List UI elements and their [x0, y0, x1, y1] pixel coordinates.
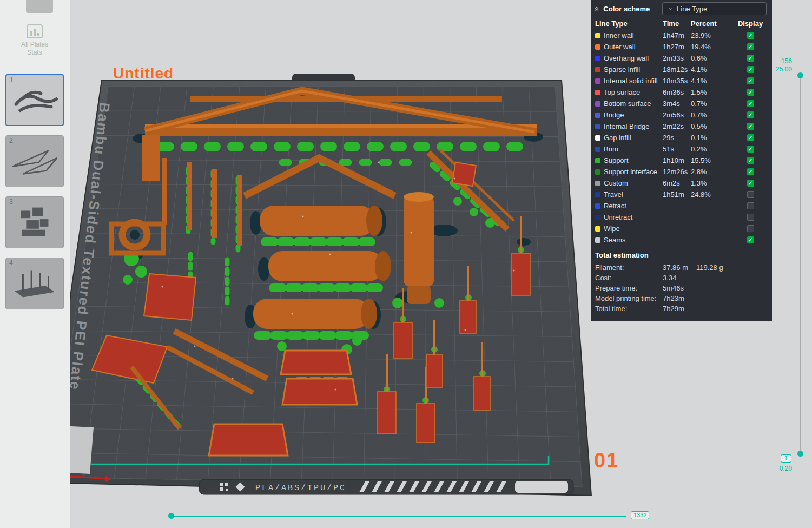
line-type-table: Inner wall 1h47m 23.9% Outer wall 1h27m …: [591, 30, 772, 246]
line-type-color-swatch: [595, 192, 600, 197]
layer-slider-top-handle[interactable]: [797, 72, 803, 78]
line-type-row: Support interface 12m26s 2.8%: [591, 166, 772, 177]
total-estimation-table: Filament: 37.86 m 119.28 g Cost: 3.34 Pr…: [591, 262, 772, 314]
line-type-row: Seams: [591, 234, 772, 246]
column-time: Time: [663, 19, 691, 28]
move-slider-track[interactable]: [171, 516, 626, 517]
line-type-row: Wipe: [591, 223, 772, 234]
total-estimation-row: Total time: 7h29m: [591, 303, 772, 314]
collapse-panel-icon[interactable]: «: [593, 6, 602, 11]
view-mode-dropdown[interactable]: ⌄ Line Type: [662, 2, 767, 15]
line-type-color-swatch: [595, 67, 600, 72]
layer-slider-top-height: 25.00: [770, 65, 792, 73]
line-type-time: 6m36s: [663, 88, 691, 96]
display-checkbox[interactable]: [747, 236, 754, 243]
plate-thumbnail-1[interactable]: 1: [5, 74, 64, 126]
line-type-row: Internal solid infill 18m35s 4.1%: [591, 75, 772, 87]
layer-slider-track[interactable]: [800, 76, 801, 453]
line-type-color-swatch: [595, 147, 600, 152]
line-type-row: Bridge 2m56s 0.7%: [591, 109, 772, 121]
plate-4-preview: [6, 258, 63, 309]
total-estimation-title: Total estimation: [591, 246, 772, 262]
view-mode-value: Line Type: [677, 5, 707, 13]
display-checkbox[interactable]: [747, 43, 754, 50]
display-checkbox[interactable]: [747, 134, 754, 141]
display-checkbox[interactable]: [747, 77, 754, 84]
estimation-value: 3.34: [663, 274, 696, 282]
line-type-label: Sparse infill: [604, 65, 640, 74]
layer-slider-bottom-layer: 1: [781, 454, 791, 463]
line-type-percent: 19.4%: [691, 43, 733, 51]
line-type-time: 1h27m: [663, 43, 691, 51]
display-checkbox[interactable]: [747, 111, 754, 118]
line-type-color-swatch: [595, 181, 600, 186]
line-type-row: Bottom surface 3m4s 0.7%: [591, 98, 772, 109]
display-checkbox[interactable]: [747, 225, 754, 232]
line-type-time: 18m12s: [663, 65, 691, 74]
line-type-percent: 0.6%: [691, 54, 733, 62]
layer-slider-bottom-handle[interactable]: [797, 451, 803, 457]
display-checkbox[interactable]: [747, 191, 754, 198]
color-scheme-panel: « Color scheme ⌄ Line Type Line Type Tim…: [591, 0, 772, 321]
line-type-label: Unretract: [604, 213, 632, 221]
display-checkbox[interactable]: [747, 168, 754, 175]
plate-3-preview: [6, 197, 63, 248]
chevron-down-icon: ⌄: [668, 4, 673, 11]
line-type-label: Support interface: [604, 168, 657, 176]
line-type-label: Travel: [604, 190, 623, 199]
line-type-label: Seams: [604, 236, 625, 244]
line-type-time: 51s: [663, 145, 691, 153]
display-checkbox[interactable]: [747, 202, 754, 209]
estimation-label: Cost:: [595, 274, 663, 282]
line-type-time: 18m35s: [663, 77, 691, 85]
display-checkbox[interactable]: [747, 32, 754, 39]
line-type-row: Inner wall 1h47m 23.9%: [591, 30, 772, 41]
plate-thumbnail-number: 3: [9, 198, 13, 206]
line-type-label: Wipe: [604, 225, 620, 233]
display-checkbox[interactable]: [747, 157, 754, 164]
plate-thumbnail-number: 4: [9, 259, 13, 267]
estimation-label: Model printing time:: [595, 294, 663, 302]
line-type-time: 2m56s: [663, 111, 691, 119]
line-type-label: Outer wall: [604, 43, 636, 51]
estimation-label: Total time:: [595, 305, 663, 313]
line-type-color-swatch: [595, 226, 600, 232]
move-slider-value: 1332: [631, 511, 649, 519]
line-type-table-header: Line Type Time Percent Display: [591, 17, 772, 30]
line-type-label: Bridge: [604, 111, 624, 119]
line-type-row: Travel 1h51m 24.8%: [591, 189, 772, 200]
column-display: Display: [733, 19, 768, 28]
display-checkbox[interactable]: [747, 123, 754, 130]
plate-thumbnail-4[interactable]: 4: [5, 258, 64, 309]
line-type-percent: 4.1%: [691, 77, 733, 85]
display-checkbox[interactable]: [747, 55, 754, 62]
all-plates-stats-button[interactable]: All Plates Stats: [5, 15, 64, 65]
plate-thumbnail-number: 1: [10, 76, 14, 84]
plate-thumbnail-2[interactable]: 2: [5, 135, 64, 187]
display-checkbox[interactable]: [747, 100, 754, 107]
display-checkbox[interactable]: [747, 66, 754, 73]
line-type-percent: 15.5%: [691, 156, 733, 164]
line-type-time: 29s: [663, 134, 691, 142]
line-type-time: 2m33s: [663, 54, 691, 62]
line-type-color-swatch: [595, 203, 600, 209]
plate-front-strip: PLA/ABS/TPU/PC: [199, 479, 573, 494]
line-type-color-swatch: [595, 135, 600, 141]
column-line-type: Line Type: [595, 19, 663, 28]
line-type-label: Support: [604, 156, 629, 164]
display-checkbox[interactable]: [747, 180, 754, 187]
move-slider-handle[interactable]: [168, 513, 174, 519]
line-type-label: Brim: [604, 145, 618, 153]
display-checkbox[interactable]: [747, 89, 754, 96]
partial-thumbnail: [26, 0, 53, 13]
display-checkbox[interactable]: [747, 146, 754, 153]
line-type-percent: 0.1%: [691, 134, 733, 142]
estimation-label: Filament:: [595, 263, 663, 272]
line-type-row: Sparse infill 18m12s 4.1%: [591, 64, 772, 75]
plate-list-sidebar: All Plates Stats 1 2 3: [0, 0, 70, 528]
plate-2-preview: [6, 136, 63, 187]
line-type-time: 1h10m: [663, 156, 691, 164]
plate-thumbnail-3[interactable]: 3: [5, 196, 64, 248]
display-checkbox[interactable]: [747, 214, 754, 221]
line-type-row: Outer wall 1h27m 19.4%: [591, 41, 772, 52]
